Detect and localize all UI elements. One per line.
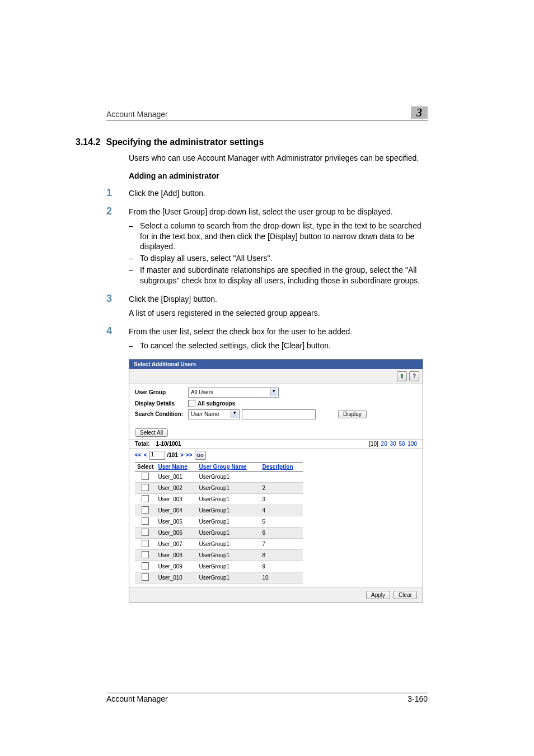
panel-toolbar: ⬆ ? xyxy=(129,369,423,384)
row-checkbox[interactable] xyxy=(142,551,149,558)
subsection-heading: Adding an administrator xyxy=(129,171,428,180)
table-row: User_001UserGroup1 xyxy=(135,471,303,482)
all-subgroups-label: All subgroups xyxy=(198,400,235,407)
row-checkbox[interactable] xyxy=(142,562,149,570)
page-size-links: [10] 20 30 50 100 xyxy=(369,441,417,447)
apply-button[interactable]: Apply xyxy=(366,591,390,599)
table-row: User_007UserGroup17 xyxy=(135,538,303,549)
section-title: Specifying the administrator settings xyxy=(106,137,264,147)
cell-user-group: UserGroup1 xyxy=(197,482,260,493)
panel-footer: Apply Clear xyxy=(129,587,423,603)
display-button[interactable]: Display xyxy=(338,410,367,418)
help-icon[interactable]: ? xyxy=(409,371,419,381)
users-table: Select User Name User Group Name Descrip… xyxy=(135,462,303,584)
cell-description xyxy=(260,471,303,482)
row-checkbox[interactable] xyxy=(142,473,149,480)
page-size-10: [10] xyxy=(369,441,378,447)
table-row: User_002UserGroup12 xyxy=(135,482,303,493)
step-2-text: From the [User Group] drop-down list, se… xyxy=(129,207,393,216)
pager-first[interactable]: << xyxy=(135,452,142,458)
cell-user-group: UserGroup1 xyxy=(197,505,260,516)
cell-user-name: User_003 xyxy=(156,493,196,505)
step-4: From the user list, select the check box… xyxy=(106,326,428,351)
pager-last[interactable]: >> xyxy=(186,452,193,458)
row-checkbox[interactable] xyxy=(142,529,149,536)
table-row: User_010UserGroup110 xyxy=(135,572,303,583)
table-row: User_005UserGroup15 xyxy=(135,516,303,527)
cell-description: 2 xyxy=(260,482,303,493)
search-input[interactable] xyxy=(242,409,316,419)
page-size-50[interactable]: 50 xyxy=(399,441,405,447)
search-field-value: User Name xyxy=(191,411,219,417)
col-user-name[interactable]: User Name xyxy=(156,462,196,471)
col-description[interactable]: Description xyxy=(260,462,303,471)
row-checkbox[interactable] xyxy=(142,540,149,547)
row-checkbox[interactable] xyxy=(142,506,149,514)
step-4-text: From the user list, select the check box… xyxy=(129,327,352,336)
cell-user-name: User_004 xyxy=(156,505,196,516)
pager-current-input[interactable]: 1 xyxy=(149,451,165,460)
col-select: Select xyxy=(135,462,156,471)
footer-left: Account Manager xyxy=(106,694,168,703)
page-size-100[interactable]: 100 xyxy=(407,441,417,447)
row-checkbox[interactable] xyxy=(142,484,149,491)
user-group-value: All Users xyxy=(191,389,213,395)
step-3-text: Click the [Display] button. xyxy=(129,295,217,304)
row-checkbox[interactable] xyxy=(142,517,149,525)
all-subgroups-checkbox[interactable] xyxy=(188,400,195,407)
filter-area: User Group All Users Display Details All… xyxy=(129,384,423,426)
col-user-group-name[interactable]: User Group Name xyxy=(197,462,260,471)
step-2-sub-3: If master and subordinate relationships … xyxy=(129,265,428,286)
search-field-select[interactable]: User Name xyxy=(188,409,240,419)
page-footer: Account Manager 3-160 xyxy=(106,693,428,703)
cell-user-name: User_001 xyxy=(156,471,196,482)
pager-next[interactable]: > xyxy=(180,452,184,458)
cell-description: 4 xyxy=(260,505,303,516)
search-condition-label: Search Condition: xyxy=(135,411,188,417)
cell-user-group: UserGroup1 xyxy=(197,561,260,572)
cell-user-group: UserGroup1 xyxy=(197,471,260,482)
total-area: Total: 1-10/1001 xyxy=(135,441,181,447)
cell-description: 8 xyxy=(260,549,303,561)
panel-title: Select Additional Users xyxy=(129,360,423,369)
chapter-number: 3 xyxy=(416,106,422,119)
select-all-button[interactable]: Select All xyxy=(135,428,168,437)
step-2-sub-1: Select a column to search from the drop-… xyxy=(129,221,428,253)
section-intro: Users who can use Account Manager with A… xyxy=(129,153,428,164)
table-row: User_009UserGroup19 xyxy=(135,561,303,572)
select-additional-users-panel: Select Additional Users ⬆ ? User Group A… xyxy=(129,359,423,603)
clear-button[interactable]: Clear xyxy=(394,591,417,599)
section-heading: 3.14.2 Specifying the administrator sett… xyxy=(76,137,428,147)
page-header: Account Manager 3 xyxy=(106,106,428,120)
pager-total: /101 xyxy=(167,452,178,458)
row-checkbox[interactable] xyxy=(142,495,149,502)
row-checkbox[interactable] xyxy=(142,573,149,581)
page-size-20[interactable]: 20 xyxy=(381,441,387,447)
user-group-select[interactable]: All Users xyxy=(188,388,279,398)
cell-user-group: UserGroup1 xyxy=(197,527,260,538)
cell-user-name: User_008 xyxy=(156,549,196,561)
chapter-badge: 3 xyxy=(411,106,428,119)
cell-user-group: UserGroup1 xyxy=(197,538,260,549)
pager-go-button[interactable]: Go xyxy=(195,451,206,460)
step-2-sub-2: To display all users, select "All Users"… xyxy=(129,253,428,264)
cell-description: 10 xyxy=(260,572,303,583)
section-number: 3.14.2 xyxy=(76,137,104,147)
table-row: User_004UserGroup14 xyxy=(135,505,303,516)
up-icon[interactable]: ⬆ xyxy=(397,371,407,381)
cell-user-group: UserGroup1 xyxy=(197,516,260,527)
page-size-30[interactable]: 30 xyxy=(390,441,396,447)
display-details-label: Display Details xyxy=(135,400,188,407)
cell-user-group: UserGroup1 xyxy=(197,549,260,561)
cell-description: 9 xyxy=(260,561,303,572)
step-3-follow: A list of users registered in the select… xyxy=(129,308,428,319)
cell-description: 6 xyxy=(260,527,303,538)
cell-user-name: User_007 xyxy=(156,538,196,549)
step-2: From the [User Group] drop-down list, se… xyxy=(106,207,428,286)
user-group-label: User Group xyxy=(135,389,188,395)
pager-prev[interactable]: < xyxy=(144,452,147,458)
step-1-text: Click the [Add] button. xyxy=(129,189,205,198)
pager: << < 1 /101 > >> Go xyxy=(129,449,423,462)
footer-right: 3-160 xyxy=(407,694,428,703)
total-label: Total: xyxy=(135,441,149,447)
